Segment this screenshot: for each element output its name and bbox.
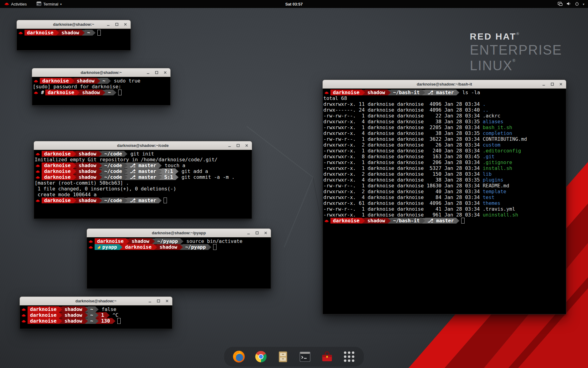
prompt-segment: shadow xyxy=(62,306,85,312)
maximize-icon[interactable] xyxy=(255,231,259,235)
terminal-line: darknoiseshadow~ xyxy=(17,30,130,36)
prompt-segment: darknoise xyxy=(42,168,73,174)
terminal-line: darknoiseshadow~130 xyxy=(21,318,172,324)
powerline-separator-icon xyxy=(99,174,102,180)
firefox-icon[interactable] xyxy=(232,349,246,364)
prompt-segment: ~/pyapp xyxy=(183,244,208,250)
redhat-prompt-icon xyxy=(21,313,26,317)
window-titlebar[interactable]: darknoise@shadow:~ xyxy=(32,68,171,77)
maximize-icon[interactable] xyxy=(154,70,159,75)
terminal-content[interactable]: darknoiseshadow~ xyxy=(17,29,131,51)
prompt-segment: ⎇ master xyxy=(127,168,159,174)
maximize-icon[interactable] xyxy=(236,143,240,148)
redhat-prompt-icon xyxy=(89,239,93,243)
redhat-prompt-icon xyxy=(36,163,40,167)
close-icon[interactable] xyxy=(163,70,168,75)
terminal-line: pyappdarknoiseshadow~/pyapp xyxy=(88,244,270,250)
minimize-icon[interactable] xyxy=(227,143,232,148)
chrome-icon[interactable] xyxy=(254,349,268,364)
prompt-segment: ⎇ master xyxy=(127,197,159,203)
file-name: .travis.yml xyxy=(483,206,515,212)
close-icon[interactable] xyxy=(559,82,563,86)
command-text: source bin/activate xyxy=(183,238,243,244)
powerline-separator-icon xyxy=(180,244,183,250)
terminal-line: darknoiseshadow~/code⎇ master touch a xyxy=(35,163,251,168)
powerline-separator-icon xyxy=(112,318,115,324)
prompt-segment: shadow xyxy=(157,244,180,250)
minimize-icon[interactable] xyxy=(148,299,152,303)
prompt-segment: ⎇ master xyxy=(425,218,456,224)
file-name: bash_it.sh xyxy=(483,125,512,130)
close-icon[interactable] xyxy=(263,231,268,235)
prompt-segment: S:1 xyxy=(162,174,175,180)
powerline-separator-icon xyxy=(124,151,127,157)
terminal-line: -rwxrwxr-x. 1 darknoise darknoise 5327 J… xyxy=(323,165,565,171)
command-text: sudo true xyxy=(111,78,140,84)
terminal-content[interactable]: darknoiseshadow~/pyapp source bin/activa… xyxy=(87,237,271,289)
command-text: touch a xyxy=(162,163,185,168)
output-text: [sudo] password for darknoise: xyxy=(33,84,124,90)
window-title: darknoise@shadow:~/bash-it xyxy=(417,82,472,86)
prompt-segment: ~/code xyxy=(102,151,125,157)
minimize-icon[interactable] xyxy=(106,22,111,27)
redhat-prompt-icon xyxy=(21,319,26,323)
files-icon[interactable] xyxy=(276,349,290,364)
output-text: drwxrwxr-x. 8 darknoise darknoise 163 Ja… xyxy=(323,154,483,159)
terminal-cursor xyxy=(97,30,101,36)
terminal-line: -rwxrwxr-x. 1 darknoise darknoise 2205 J… xyxy=(323,125,565,130)
window-titlebar[interactable]: darknoise@shadow:~ xyxy=(20,297,172,305)
maximize-icon[interactable] xyxy=(550,82,555,86)
python-icon xyxy=(97,245,100,249)
prompt-segment: ~/code xyxy=(102,197,125,203)
powerline-separator-icon xyxy=(159,169,162,174)
minimize-icon[interactable] xyxy=(246,231,251,235)
terminal-content[interactable]: darknoiseshadow~/code git initInitialize… xyxy=(34,150,252,219)
window-titlebar[interactable]: darknoise@shadow:~/code xyxy=(34,141,252,150)
powerline-separator-icon xyxy=(422,90,425,95)
toolbox-icon[interactable] xyxy=(320,349,334,364)
terminal-line: drwxrwxr-x. 4 darknoise darknoise 38 Jan… xyxy=(323,177,565,183)
close-icon[interactable] xyxy=(244,143,249,148)
output-text: -rw-rw-r--. 1 darknoise darknoise 18630 … xyxy=(323,183,483,189)
show-applications-icon[interactable] xyxy=(342,349,356,364)
prompt-segment: ~/code xyxy=(102,174,125,180)
powerline-separator-icon xyxy=(71,78,74,84)
maximize-icon[interactable] xyxy=(115,22,119,27)
minimize-icon[interactable] xyxy=(541,82,546,86)
output-text: -rw-rw-r--. 1 darknoise darknoise 3622 J… xyxy=(323,136,483,142)
terminal-line: -rw-rw-r--. 1 darknoise darknoise 41 Jan… xyxy=(323,206,565,212)
terminal-line: drwxrwxr-x. 4 darknoise darknoise 38 Jan… xyxy=(323,130,565,136)
window-titlebar[interactable]: darknoise@shadow:~ xyxy=(17,20,131,29)
prompt-segment: shadow xyxy=(365,90,388,95)
redhat-prompt-icon xyxy=(34,79,38,83)
terminal-content[interactable]: darknoiseshadow~/bash-it⎇ master ls -lat… xyxy=(322,89,566,314)
powerline-separator-icon xyxy=(85,312,88,318)
clock[interactable]: Sat 03:57 xyxy=(285,2,303,6)
activities-button[interactable]: Activities xyxy=(2,0,28,8)
prompt-segment: shadow xyxy=(59,30,82,36)
file-name: template xyxy=(483,189,506,194)
powerline-separator-icon xyxy=(107,312,110,318)
prompt-segment: darknoise xyxy=(40,78,71,84)
system-status-menu[interactable]: ▾ xyxy=(558,2,588,7)
terminal-line: #darknoiseshadow~ xyxy=(33,90,170,95)
prompt-segment: darknoise xyxy=(42,163,73,168)
file-name: README.md xyxy=(483,183,509,189)
powerline-separator-icon xyxy=(124,169,127,174)
window-titlebar[interactable]: darknoise@shadow:~/bash-it xyxy=(322,80,566,89)
terminal-dock-icon[interactable] xyxy=(298,349,312,364)
terminal-content[interactable]: darknoiseshadow~ sudo true[sudo] passwor… xyxy=(32,77,171,105)
terminal-content[interactable]: darknoiseshadow~ falsedarknoiseshadow~1 … xyxy=(20,305,172,329)
terminal-line: [master (root-commit) 50bcb63] . xyxy=(35,180,251,186)
window-titlebar[interactable]: darknoise@shadow:~/pyapp xyxy=(87,228,271,237)
terminal-line: darknoiseshadow~/bash-it⎇ master xyxy=(323,218,565,224)
minimize-icon[interactable] xyxy=(146,70,150,75)
registered-mark: ® xyxy=(516,32,520,36)
close-icon[interactable] xyxy=(165,299,169,303)
window-title: darknoise@shadow:~/pyapp xyxy=(152,231,206,235)
powerline-separator-icon xyxy=(85,318,88,324)
close-icon[interactable] xyxy=(123,22,128,27)
app-menu-terminal[interactable]: Terminal ▾ xyxy=(35,0,63,8)
maximize-icon[interactable] xyxy=(156,299,161,303)
output-text: Initialized empty Git repository in /hom… xyxy=(35,157,217,163)
